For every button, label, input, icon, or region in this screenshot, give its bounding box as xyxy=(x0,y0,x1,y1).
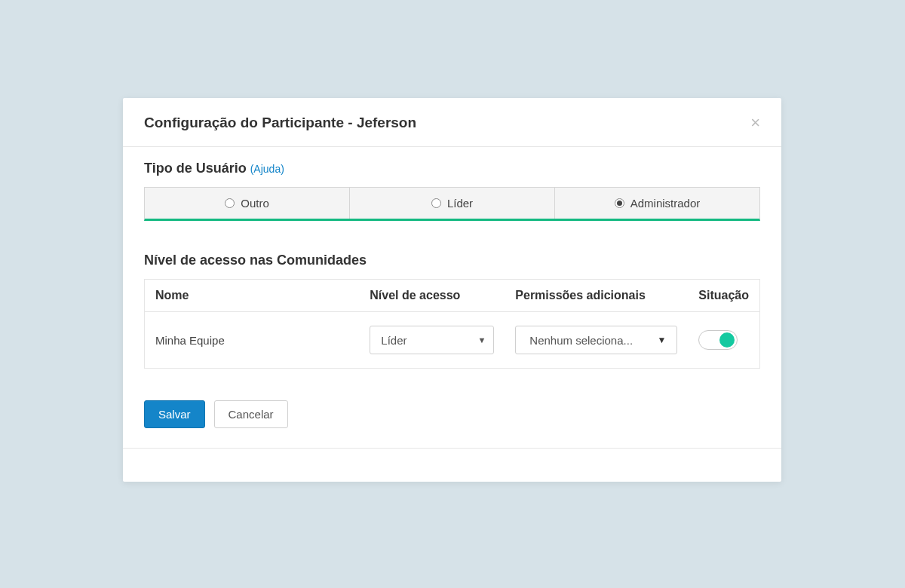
close-icon[interactable]: × xyxy=(750,115,760,131)
chevron-down-icon: ▼ xyxy=(477,335,486,345)
communities-table: Nome Nível de acesso Permissões adiciona… xyxy=(144,279,760,369)
permissions-select-value: Nenhum seleciona... xyxy=(529,334,633,347)
level-select[interactable]: Líder ▼ xyxy=(370,326,494,354)
communities-section-title: Nível de acesso nas Comunidades xyxy=(144,253,760,268)
modal-title: Configuração do Participante - Jeferson xyxy=(144,115,416,131)
col-perms: Permissões adicionais xyxy=(505,280,688,312)
col-status: Situação xyxy=(688,280,759,312)
radio-label: Líder xyxy=(447,197,473,210)
radio-option-outro[interactable]: Outro xyxy=(145,188,350,219)
cell-name: Minha Equipe xyxy=(145,312,360,369)
cell-perms: Nenhum seleciona... ▼ xyxy=(505,312,688,369)
cancel-button[interactable]: Cancelar xyxy=(214,400,288,428)
status-toggle[interactable] xyxy=(698,330,738,350)
save-button[interactable]: Salvar xyxy=(144,400,205,428)
footer-buttons: Salvar Cancelar xyxy=(144,400,760,428)
help-link[interactable]: (Ajuda) xyxy=(250,163,284,175)
table-header-row: Nome Nível de acesso Permissões adiciona… xyxy=(145,280,760,312)
user-type-radio-group: Outro Líder Administrador xyxy=(144,187,760,221)
radio-label: Outro xyxy=(241,197,269,210)
radio-option-administrador[interactable]: Administrador xyxy=(555,188,759,219)
modal-bottom-pad xyxy=(123,449,781,482)
user-type-label: Tipo de Usuário xyxy=(144,161,247,176)
chevron-down-icon: ▼ xyxy=(657,335,666,345)
table-row: Minha Equipe Líder ▼ Nenhum seleciona...… xyxy=(145,312,760,369)
level-select-value: Líder xyxy=(381,334,406,347)
modal-header: Configuração do Participante - Jeferson … xyxy=(123,98,781,147)
col-level: Nível de acesso xyxy=(359,280,505,312)
modal-title-prefix: Configuração do Participante - xyxy=(144,115,357,130)
col-name: Nome xyxy=(145,280,360,312)
radio-icon xyxy=(615,198,624,208)
modal-body: Tipo de Usuário (Ajuda) Outro Líder Admi… xyxy=(123,147,781,449)
radio-option-lider[interactable]: Líder xyxy=(350,188,555,219)
participant-config-modal: Configuração do Participante - Jeferson … xyxy=(123,98,781,482)
cell-status xyxy=(688,312,759,369)
radio-label: Administrador xyxy=(630,197,701,210)
radio-icon xyxy=(431,198,441,208)
radio-icon xyxy=(225,198,235,208)
user-type-section-title: Tipo de Usuário (Ajuda) xyxy=(144,161,760,176)
modal-title-name: Jeferson xyxy=(357,115,416,130)
toggle-knob xyxy=(719,332,735,348)
permissions-select[interactable]: Nenhum seleciona... ▼ xyxy=(515,326,677,354)
cell-level: Líder ▼ xyxy=(359,312,505,369)
